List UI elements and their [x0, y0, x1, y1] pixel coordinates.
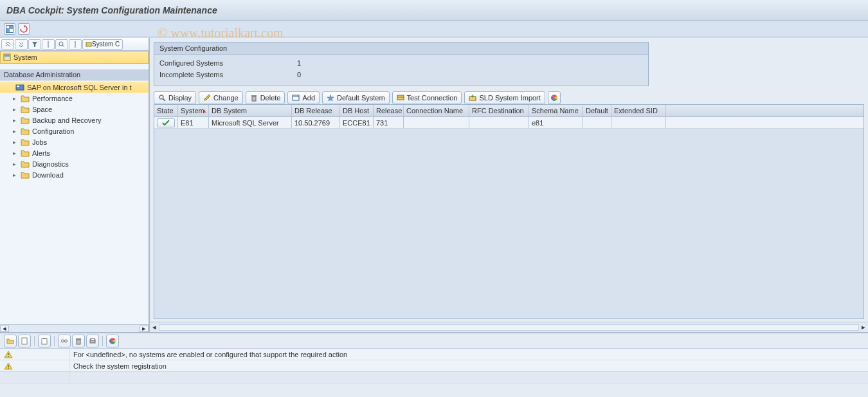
- display-button[interactable]: Display: [154, 91, 196, 104]
- col-db-release[interactable]: DB Release: [292, 105, 340, 116]
- tree-label: Space: [32, 106, 52, 113]
- test-connection-button[interactable]: Test Connection: [392, 91, 462, 104]
- color-wheel-button[interactable]: [548, 91, 561, 104]
- col-db-host[interactable]: DB Host: [340, 105, 374, 116]
- tree-item-performance[interactable]: ▸ Performance: [0, 93, 149, 104]
- color-wheel-icon[interactable]: [106, 335, 119, 347]
- col-system[interactable]: System ▲: [178, 105, 209, 116]
- button-label: Default System: [337, 94, 385, 102]
- add-button[interactable]: Add: [287, 91, 320, 104]
- col-ext-sid[interactable]: Extended SID: [611, 105, 666, 116]
- print-icon[interactable]: [86, 335, 99, 347]
- tree-item-jobs[interactable]: ▸ Jobs: [0, 136, 149, 147]
- cell-db-system: Microsoft SQL Server: [209, 117, 292, 128]
- svg-point-35: [8, 356, 9, 357]
- collapse-btn[interactable]: [15, 39, 28, 50]
- system-c-label: System C: [92, 41, 120, 48]
- filter-btn[interactable]: [28, 39, 41, 50]
- col-rfc-dest[interactable]: RFC Destination: [469, 105, 529, 116]
- tree-label: Backup and Recovery: [32, 116, 102, 124]
- caret-icon: ▸: [13, 106, 18, 113]
- content-scrollbar[interactable]: ◂ ▸: [150, 322, 868, 332]
- config-value: 1: [275, 59, 301, 67]
- col-default[interactable]: Default: [583, 105, 611, 116]
- sld-import-button[interactable]: SLD System Import: [464, 91, 545, 104]
- delete-button[interactable]: Delete: [246, 91, 285, 104]
- system-c-btn[interactable]: System C: [82, 39, 123, 50]
- tree-item-space[interactable]: ▸ Space: [0, 104, 149, 115]
- button-label: SLD System Import: [479, 94, 540, 102]
- tree-item-alerts[interactable]: ▸ Alerts: [0, 147, 149, 158]
- warning-icon: [4, 362, 13, 370]
- tree-item-sap-mssql[interactable]: SAP on Microsoft SQL Server in t: [0, 82, 149, 93]
- folder-icon: [21, 149, 30, 157]
- svg-rect-15: [252, 97, 256, 101]
- folder-icon: [21, 95, 30, 102]
- clipboard-icon[interactable]: [38, 335, 51, 347]
- content: System Configuration Configured Systems …: [150, 38, 868, 332]
- message-text: [69, 372, 868, 383]
- scroll-left-icon[interactable]: ◂: [0, 326, 9, 332]
- app-toolbar: [0, 21, 868, 37]
- svg-rect-16: [251, 95, 257, 97]
- change-button[interactable]: Change: [199, 91, 243, 104]
- cell-schema: e81: [529, 117, 583, 128]
- col-schema[interactable]: Schema Name: [529, 105, 583, 116]
- table-row[interactable]: E81 Microsoft SQL Server 10.50.2769 ECCE…: [154, 117, 863, 129]
- page-title: DBA Cockpit: System Configuration Mainte…: [6, 5, 217, 15]
- sidebar-toolbar: System C: [0, 38, 149, 51]
- svg-rect-32: [91, 338, 95, 340]
- svg-rect-7: [86, 42, 91, 46]
- config-row: Incomplete Systems 0: [159, 69, 643, 80]
- col-state[interactable]: State: [154, 105, 178, 116]
- folder-icon: [21, 160, 30, 168]
- scroll-right-icon[interactable]: ▸: [862, 323, 865, 331]
- config-label: Incomplete Systems: [159, 71, 275, 78]
- tree-label: Diagnostics: [32, 160, 69, 168]
- separator: [54, 336, 55, 346]
- expand-btn[interactable]: [1, 39, 14, 50]
- server-icon: [15, 84, 24, 91]
- tree-item-backup[interactable]: ▸ Backup and Recovery: [0, 115, 149, 125]
- scroll-right-icon[interactable]: ▸: [140, 326, 149, 332]
- col-release[interactable]: Release: [374, 105, 404, 116]
- folder-icon: [21, 171, 30, 179]
- divider-btn[interactable]: [42, 39, 55, 50]
- scroll-track[interactable]: [159, 324, 859, 331]
- tree-item-download[interactable]: ▸ Download: [0, 169, 149, 180]
- col-conn-name[interactable]: Connection Name: [404, 105, 469, 116]
- col-label: System: [181, 107, 204, 115]
- scroll-left-icon[interactable]: ◂: [152, 323, 156, 331]
- button-label: Display: [168, 94, 192, 102]
- svg-rect-25: [43, 338, 46, 339]
- message-row[interactable]: Check the system registration: [0, 360, 868, 372]
- tree-label: SAP on Microsoft SQL Server in t: [27, 84, 132, 91]
- refresh-icon[interactable]: [18, 23, 30, 35]
- svg-rect-30: [76, 338, 81, 340]
- default-system-button[interactable]: Default System: [322, 91, 390, 104]
- tree: SAP on Microsoft SQL Server in t ▸ Perfo…: [0, 80, 149, 324]
- document-icon[interactable]: [18, 335, 31, 347]
- folder-open-icon[interactable]: [4, 335, 17, 347]
- system-dropdown[interactable]: System: [0, 51, 149, 64]
- cell-db-release: 10.50.2769: [292, 117, 340, 128]
- search-btn[interactable]: [55, 39, 68, 50]
- svg-point-27: [65, 340, 68, 342]
- tree-item-configuration[interactable]: ▸ Configuration: [0, 125, 149, 136]
- trash-icon[interactable]: [72, 335, 85, 347]
- divider-btn-2[interactable]: [69, 39, 82, 50]
- col-db-system[interactable]: DB System: [209, 105, 292, 116]
- glasses-icon[interactable]: [58, 335, 71, 347]
- svg-rect-29: [77, 340, 80, 344]
- tree-item-diagnostics[interactable]: ▸ Diagnostics: [0, 158, 149, 169]
- message-row[interactable]: For <undefined>, no systems are enabled …: [0, 349, 868, 360]
- message-icon-cell: [0, 372, 69, 383]
- cell-state: [154, 117, 178, 128]
- grid: State System ▲ DB System DB Release DB H…: [154, 104, 864, 319]
- message-icon-cell: [0, 349, 69, 360]
- layout-icon[interactable]: [4, 23, 15, 35]
- sidebar-scrollbar[interactable]: ◂ ▸: [0, 324, 149, 332]
- folder-icon: [21, 127, 30, 135]
- message-row-empty: [0, 372, 868, 383]
- caret-icon: ▸: [13, 117, 18, 124]
